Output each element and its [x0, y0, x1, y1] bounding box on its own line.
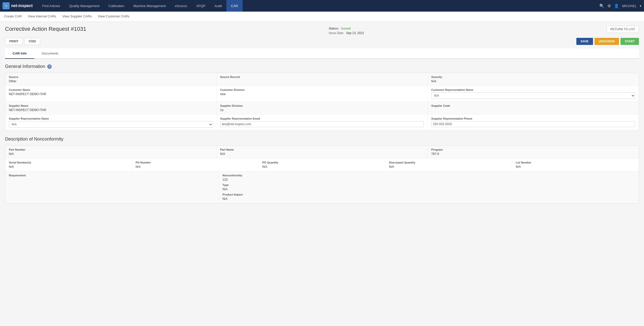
supplier-code-cell: Supplier Code — [428, 102, 639, 114]
subnav-view-internal-cars[interactable]: View Internal CARs — [28, 12, 56, 21]
lot-number-value: N/A — [516, 165, 635, 169]
po-quantity-label: PO Quantity — [262, 161, 382, 164]
subnav-view-customer-cars[interactable]: View Customer CARs — [98, 12, 129, 21]
start-button[interactable]: START — [621, 38, 639, 45]
left-buttons: PRINT VOID — [5, 38, 40, 45]
supplier-division-label: Supplier Division — [220, 104, 424, 107]
nonconformity-detail-label: Nonconformity — [222, 174, 635, 177]
supplier-rep-name-select[interactable]: N/A — [9, 121, 213, 128]
status-label: Status: — [329, 27, 339, 30]
po-quantity-value: N/A — [262, 165, 382, 169]
customer-rep-name-cell: Customer Representative Name N/A — [428, 86, 639, 101]
severity-cell: Severity N/A — [428, 73, 639, 86]
tab-documents[interactable]: Documents — [34, 48, 66, 59]
logo: ≡ net-inspect — [3, 2, 33, 9]
supplier-rep-phone-input[interactable] — [431, 121, 635, 127]
nav-right: 🔍 ⚙ 👤 MICHAEL ▾ — [599, 4, 641, 8]
gear-icon[interactable]: ⚙ — [607, 4, 611, 8]
general-info-table: Source Other Source Record Severity N/A … — [5, 73, 639, 130]
nav-audit[interactable]: Audit — [210, 0, 226, 12]
customer-name-label: Customer Name — [9, 88, 213, 91]
nav-apqp[interactable]: APQP — [192, 0, 210, 12]
customer-name-cell: Customer Name NET-INSPECT DEMO ITAR — [5, 86, 217, 101]
tab-car-info[interactable]: CAR Info — [5, 48, 34, 59]
user-icon[interactable]: 👤 — [614, 4, 619, 8]
user-label[interactable]: MICHAEL — [622, 4, 637, 8]
lot-number-cell: Lot Number N/A — [512, 158, 639, 171]
supplier-name-value: NET-INSPECT DEMO ITAR — [9, 108, 213, 112]
supplier-code-label: Supplier Code — [431, 104, 635, 107]
supplier-rep-name-cell: Supplier Representative Name N/A — [5, 115, 217, 130]
general-information-title: General Information ? — [5, 64, 639, 69]
info-row-supplier-rep: Supplier Representative Name N/A Supplie… — [5, 115, 639, 130]
void-button[interactable]: VOID — [24, 38, 40, 45]
customer-rep-name-select[interactable]: N/A — [431, 92, 635, 99]
requirement-label: Requirement — [9, 174, 215, 177]
supplier-rep-email-input[interactable] — [220, 121, 424, 127]
status-block: Status: Issued Issue Date: Sep 13, 2021 — [329, 27, 364, 35]
serial-numbers-value: N/A — [9, 165, 128, 169]
discrepant-quantity-label: Discrepant Quantity — [389, 161, 508, 164]
po-number-value: N/A — [136, 165, 255, 169]
nav-first-articles[interactable]: First Articles — [38, 0, 65, 12]
po-number-cell: PO Number N/A — [132, 158, 259, 171]
top-navigation: ≡ net-inspect First Articles Quality Man… — [0, 0, 644, 12]
part-number-value: N/A — [9, 152, 213, 156]
search-icon[interactable]: 🔍 — [599, 4, 604, 8]
subnav-view-supplier-cars[interactable]: View Supplier CARs — [62, 12, 92, 21]
requirement-cell: Requirement — [5, 171, 219, 203]
logo-icon: ≡ — [3, 2, 10, 9]
nonconformity-row-serial: Serial Number(s) N/A PO Number N/A PO Qu… — [5, 158, 639, 171]
type-value: N/A — [222, 187, 635, 191]
save-button[interactable]: SAVE — [576, 38, 593, 45]
chevron-down-icon: ▾ — [640, 4, 641, 8]
source-record-label: Source Record — [220, 75, 424, 78]
unassign-button[interactable]: UNASSIGN — [595, 38, 619, 45]
source-cell: Source Other — [5, 73, 217, 86]
supplier-rep-phone-label: Supplier Representative Phone — [431, 117, 635, 120]
customer-division-label: Customer Division — [220, 88, 424, 91]
header-left: Corrective Action Request #1031 — [5, 26, 86, 32]
info-row-supplier: Supplier Name NET-INSPECT DEMO ITAR Supp… — [5, 102, 639, 115]
nav-quality-management[interactable]: Quality Management — [65, 0, 104, 12]
discrepant-quantity-cell: Discrepant Quantity N/A — [385, 158, 512, 171]
nonconformity-detail-value: 123 — [222, 178, 635, 181]
nonconformity-right-cell: Nonconformity 123 Type N/A Product Impac… — [219, 171, 639, 203]
nav-machine-management[interactable]: Machine Management — [129, 0, 170, 12]
nonconformity-row-part: Part Number N/A Part Name N/A Program 78… — [5, 146, 639, 158]
right-buttons: SAVE UNASSIGN START — [576, 38, 639, 45]
severity-value: N/A — [431, 79, 635, 83]
nav-calibration[interactable]: Calibration — [104, 0, 129, 12]
product-impact-label: Product Impact — [222, 193, 635, 196]
nonconformity-title: Description of Nonconformity — [5, 137, 639, 142]
nav-esource[interactable]: eSource — [170, 0, 192, 12]
tabs: CAR Info Documents — [5, 48, 639, 59]
return-to-list-button[interactable]: RETURN TO LIST — [607, 26, 639, 33]
program-label: Program — [431, 148, 635, 151]
issue-date-value: Sep 13, 2021 — [346, 31, 364, 35]
general-information-section: General Information ? Source Other Sourc… — [5, 64, 639, 130]
customer-name-value: NET-INSPECT DEMO ITAR — [9, 92, 213, 96]
source-label: Source — [9, 75, 213, 78]
lot-number-label: Lot Number — [516, 161, 635, 164]
nav-car[interactable]: CAR — [226, 0, 242, 12]
status-value: Issued — [341, 27, 351, 30]
product-impact-value: N/A — [222, 197, 635, 201]
type-label: Type — [222, 183, 635, 186]
help-icon[interactable]: ? — [47, 64, 52, 69]
supplier-rep-email-label: Supplier Representative Email — [220, 117, 424, 120]
supplier-rep-phone-cell: Supplier Representative Phone — [428, 115, 639, 130]
date-row: Issue Date: Sep 13, 2021 — [329, 31, 364, 35]
print-button[interactable]: PRINT — [5, 38, 23, 45]
program-value: 787-8 — [431, 152, 635, 156]
supplier-rep-email-cell: Supplier Representative Email — [217, 115, 428, 130]
action-row: PRINT VOID SAVE UNASSIGN START — [5, 38, 639, 45]
po-quantity-cell: PO Quantity N/A — [259, 158, 385, 171]
customer-rep-name-label: Customer Representative Name — [431, 88, 635, 91]
supplier-name-label: Supplier Name — [9, 104, 213, 107]
supplier-division-cell: Supplier Division 1a — [217, 102, 428, 114]
subnav-create-car[interactable]: Create CAR — [4, 12, 22, 21]
supplier-name-cell: Supplier Name NET-INSPECT DEMO ITAR — [5, 102, 217, 114]
sub-navigation: Create CAR View Internal CARs View Suppl… — [0, 12, 644, 22]
serial-numbers-label: Serial Number(s) — [9, 161, 128, 164]
